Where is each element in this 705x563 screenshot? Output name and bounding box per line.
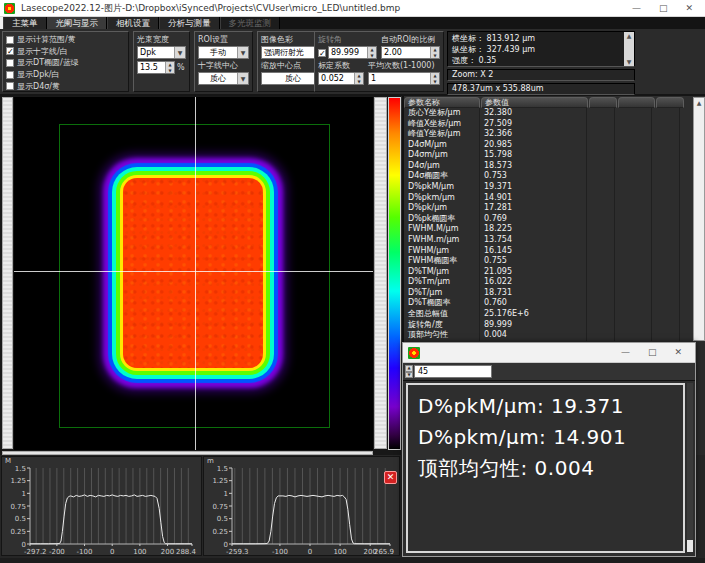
checkbox[interactable]	[6, 59, 14, 67]
param-name-cell: FWHM.M/μm	[404, 224, 480, 235]
rotation-input[interactable]: 89.999 ▲▼	[328, 46, 377, 59]
table-row[interactable]: 顶部均匀性0.004	[404, 330, 705, 341]
maximize-button[interactable]: □	[659, 0, 668, 17]
table-row[interactable]: D4σ/μm18.573	[404, 161, 705, 172]
header-empty[interactable]	[618, 97, 655, 108]
table-row[interactable]: FWHM/μm16.145	[404, 246, 705, 257]
tab-1[interactable]: 光阑与显示	[47, 17, 108, 29]
table-row[interactable]: 峰值Y坐标/μm32.366	[404, 129, 705, 140]
header-parameter-name[interactable]: 参数名称	[404, 97, 480, 108]
table-row[interactable]: 质心Y坐标/μm32.380	[404, 108, 705, 119]
table-row[interactable]: 全图总幅值25.176E+6	[404, 309, 705, 320]
table-row[interactable]: D%pkM/μm19.371	[404, 182, 705, 193]
chevron-down-icon: ▼	[237, 73, 248, 84]
display-option-1[interactable]: ✓显示十字线/白	[6, 46, 125, 58]
spinner-arrows-icon[interactable]: ▲▼	[430, 47, 439, 58]
svg-text:1: 1	[22, 490, 26, 498]
beam-width-percent-input[interactable]: 13.5 ▲▼	[137, 61, 175, 74]
checkbox[interactable]: ✓	[6, 47, 14, 55]
display-option-0[interactable]: 显示计算范围/黄	[6, 34, 125, 46]
empty-cell	[680, 320, 694, 331]
close-plots-button[interactable]: ✕	[384, 471, 397, 484]
popup-titlebar[interactable]: — □ ✕	[403, 343, 695, 363]
beam-width-select[interactable]: Dpk ▼	[137, 46, 186, 59]
spinner-arrows-icon[interactable]: ▲▼	[367, 47, 376, 58]
table-row[interactable]: D%TM/μm21.095	[404, 267, 705, 278]
param-name-cell: D%T椭圆率	[404, 298, 480, 309]
crosshair-center-select[interactable]: 质心 ▼	[198, 72, 249, 85]
close-button[interactable]: ✕	[685, 0, 693, 17]
popup-scrollbar[interactable]	[687, 383, 693, 552]
table-row[interactable]: D%Tm/μm16.022	[404, 277, 705, 288]
auto-roi-input[interactable]: 2.00 ▲▼	[381, 46, 440, 59]
readout-scrollbar[interactable]: ▲▼	[624, 32, 634, 66]
minimize-button[interactable]: —	[632, 0, 641, 17]
beam-spot	[123, 178, 263, 368]
table-row[interactable]: FWHM.m/μm13.754	[404, 235, 705, 246]
empty-cell	[615, 129, 652, 140]
empty-cell	[615, 309, 652, 320]
beam-image-canvas[interactable]	[14, 97, 373, 450]
empty-cell	[652, 129, 680, 140]
tab-0[interactable]: 主菜单	[3, 17, 47, 29]
table-row[interactable]: D%T椭圆率0.760	[404, 298, 705, 309]
param-name-cell: D4σ/μm	[404, 161, 480, 172]
major-axis-plot-panel: M 00.250.50.7511.251.5-297.2-200-1000100…	[1, 456, 202, 556]
popup-value-input[interactable]: 45	[414, 365, 492, 378]
param-name-cell: D%T/μm	[404, 288, 480, 299]
table-row[interactable]: D4σ椭圆率0.753	[404, 171, 705, 182]
header-empty[interactable]	[656, 97, 684, 108]
tab-3[interactable]: 分析与测量	[159, 17, 220, 29]
average-count-input[interactable]: 1 ▲▼	[368, 72, 440, 85]
spinner-arrows-icon[interactable]: ▲▼	[430, 73, 439, 84]
popup-scrollbar-thumb[interactable]	[687, 540, 693, 552]
roi-mode-select[interactable]: 手动 ▼	[198, 46, 249, 59]
tab-2[interactable]: 相机设置	[107, 17, 159, 29]
display-option-2[interactable]: 显示DT椭圆/蓝绿	[6, 57, 125, 69]
popup-maximize-button[interactable]: □	[648, 344, 657, 361]
display-option-4[interactable]: 显示D4σ/黄	[6, 80, 125, 92]
calibration-input[interactable]: 0.052 ▲▼	[318, 72, 364, 85]
checkbox[interactable]	[6, 36, 14, 44]
param-name-cell: FWHM/μm	[404, 246, 480, 257]
display-option-3[interactable]: 显示Dpk/白	[6, 69, 125, 81]
table-row[interactable]: D%pk椭圆率0.769	[404, 214, 705, 225]
empty-cell	[587, 246, 615, 257]
checkbox[interactable]	[6, 71, 14, 79]
svg-text:0.5: 0.5	[217, 515, 228, 523]
crosshair-horizontal-line	[14, 271, 373, 272]
popup-close-button[interactable]: ✕	[674, 344, 682, 361]
popup-minimize-button[interactable]: —	[621, 344, 630, 361]
right-scrollbar[interactable]	[374, 97, 387, 449]
empty-cell	[587, 108, 615, 119]
empty-cell	[587, 214, 615, 225]
table-row[interactable]: FWHM椭圆率0.755	[404, 256, 705, 267]
table-row[interactable]: 旋转角/度89.999	[404, 320, 705, 331]
header-empty[interactable]	[589, 97, 617, 108]
table-row[interactable]: D4σm/μm15.798	[404, 150, 705, 161]
beam-image-panel	[0, 96, 401, 455]
table-row[interactable]: FWHM.M/μm18.225	[404, 224, 705, 235]
param-name-cell: 全图总幅值	[404, 309, 480, 320]
empty-cell	[587, 330, 615, 341]
empty-cell	[680, 140, 694, 151]
header-parameter-value[interactable]: 参数值	[481, 97, 588, 108]
popup-spinner-arrows-icon[interactable]: ▲▼	[405, 365, 413, 378]
spinner-arrows-icon[interactable]: ▲▼	[165, 62, 174, 73]
checkbox[interactable]	[6, 82, 14, 90]
table-row[interactable]: D%pk/μm17.281	[404, 203, 705, 214]
empty-cell	[680, 256, 694, 267]
empty-cell	[680, 309, 694, 320]
spinner-arrows-icon[interactable]: ▲▼	[354, 73, 363, 84]
table-scrollbar[interactable]: ▲	[693, 97, 705, 341]
empty-cell	[652, 203, 680, 214]
popup-app-icon	[408, 347, 420, 359]
svg-text:100: 100	[133, 548, 146, 556]
table-row[interactable]: D%T/μm18.731	[404, 288, 705, 299]
rotation-checkbox[interactable]: ✓	[318, 49, 326, 57]
table-row[interactable]: D4σM/μm20.985	[404, 140, 705, 151]
left-scrollbar[interactable]	[2, 97, 13, 449]
svg-text:0: 0	[110, 548, 114, 556]
table-row[interactable]: D%pkm/μm14.901	[404, 193, 705, 204]
table-row[interactable]: 峰值X坐标/μm27.509	[404, 119, 705, 130]
